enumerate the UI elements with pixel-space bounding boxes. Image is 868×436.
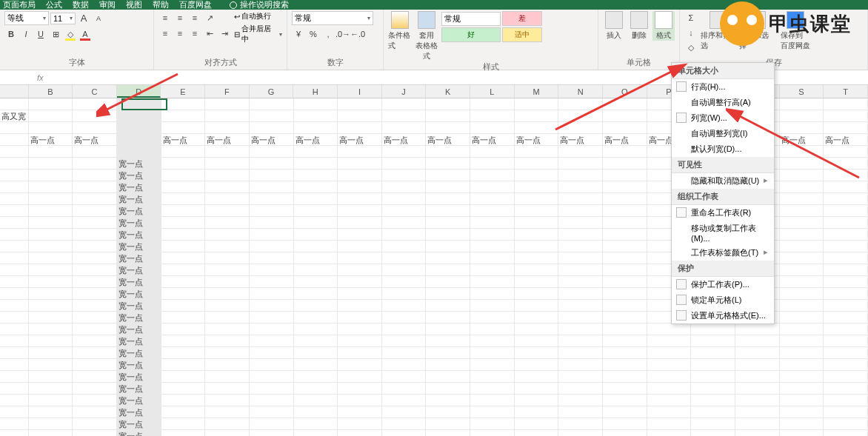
cell[interactable] [515, 110, 559, 121]
cell[interactable] [647, 371, 692, 382]
cell[interactable]: 宽一点 [117, 383, 161, 394]
cell[interactable] [250, 406, 294, 417]
cell[interactable] [824, 371, 868, 382]
cell[interactable]: 宽一点 [117, 347, 161, 358]
cell[interactable] [161, 430, 206, 436]
menu-page-layout[interactable]: 页面布局 [3, 0, 36, 10]
cell[interactable] [29, 406, 73, 417]
cell[interactable] [691, 395, 735, 406]
cell[interactable] [29, 146, 73, 157]
cell[interactable] [382, 193, 427, 204]
cell[interactable] [824, 276, 868, 287]
cell[interactable] [558, 312, 603, 323]
cell[interactable] [294, 406, 338, 417]
cell[interactable] [294, 110, 338, 121]
cell[interactable] [515, 170, 559, 181]
cell[interactable]: 宽一点 [117, 288, 161, 299]
cell[interactable] [250, 170, 294, 181]
format-button[interactable]: 格式 [652, 11, 675, 41]
align-top-icon[interactable]: ≡ [158, 11, 172, 24]
cell[interactable]: 高一点 [515, 134, 559, 145]
cell[interactable] [824, 312, 868, 323]
clear-icon[interactable]: ◇ [684, 41, 698, 54]
cell[interactable] [161, 158, 206, 169]
cell[interactable] [426, 181, 470, 192]
dd-tab-color[interactable]: 工作表标签颜色(T)▸ [672, 245, 774, 261]
font-size-combo[interactable]: 11▾ [50, 13, 76, 24]
cell[interactable] [29, 205, 73, 216]
cell[interactable] [780, 371, 824, 382]
cell[interactable] [205, 252, 250, 264]
cell[interactable] [294, 217, 338, 228]
cell[interactable] [161, 229, 206, 240]
cell[interactable] [647, 347, 692, 358]
cell[interactable] [382, 312, 427, 323]
cell[interactable] [780, 300, 824, 311]
cell[interactable] [426, 371, 470, 382]
cell[interactable] [73, 276, 117, 287]
table-format-button[interactable]: 套用 表格格式 [415, 11, 438, 61]
cell[interactable] [205, 418, 250, 429]
cell[interactable] [205, 122, 250, 133]
cell[interactable] [73, 264, 117, 275]
cell[interactable] [205, 205, 250, 216]
cell[interactable] [780, 430, 824, 436]
cell[interactable] [824, 98, 868, 110]
cell[interactable] [205, 241, 250, 252]
cell[interactable] [294, 430, 338, 436]
cell[interactable]: 高一点 [294, 134, 338, 145]
cell[interactable] [294, 193, 338, 204]
cell[interactable] [780, 181, 824, 192]
cell[interactable]: 宽一点 [117, 371, 161, 382]
cell[interactable] [470, 418, 515, 429]
cell[interactable] [515, 158, 559, 169]
cell[interactable] [824, 181, 868, 192]
cell[interactable] [426, 170, 470, 181]
cell[interactable] [780, 122, 824, 133]
cell[interactable] [294, 122, 338, 133]
cell[interactable] [29, 110, 73, 121]
insert-button[interactable]: 插入 [603, 11, 625, 41]
cell[interactable] [29, 430, 73, 436]
cell[interactable] [294, 288, 338, 299]
cell[interactable] [205, 406, 250, 417]
cell[interactable] [691, 323, 735, 335]
dd-format-cells[interactable]: 设置单元格格式(E)... [672, 308, 774, 323]
cell[interactable] [250, 288, 294, 299]
col-header-O[interactable]: O [603, 85, 647, 98]
col-header-K[interactable]: K [426, 85, 470, 98]
cell[interactable] [161, 98, 206, 110]
cell[interactable] [73, 383, 117, 394]
cell[interactable] [558, 146, 603, 157]
cell[interactable] [250, 122, 294, 133]
cell[interactable] [382, 418, 427, 429]
cell[interactable] [426, 418, 470, 429]
col-header-G[interactable]: G [250, 85, 294, 98]
cell[interactable] [161, 323, 206, 335]
cell[interactable] [515, 98, 559, 110]
col-header-M[interactable]: M [515, 85, 559, 98]
cell[interactable] [824, 241, 868, 252]
cell[interactable] [558, 122, 603, 133]
cell[interactable] [824, 158, 868, 169]
cell-style-good[interactable]: 好 [441, 27, 501, 42]
indent-dec-icon[interactable]: ⇤ [203, 27, 216, 40]
col-header-N[interactable]: N [558, 85, 603, 98]
cell[interactable]: 高一点 [250, 134, 294, 145]
cell[interactable] [161, 395, 206, 406]
cell[interactable] [161, 359, 206, 370]
cell[interactable] [294, 312, 338, 323]
cell[interactable] [161, 276, 206, 287]
cell[interactable] [558, 347, 603, 358]
cell[interactable] [603, 347, 647, 358]
cell[interactable] [735, 323, 780, 335]
cell[interactable] [515, 241, 559, 252]
cell[interactable] [824, 430, 868, 436]
cell[interactable] [29, 264, 73, 275]
cell[interactable] [338, 335, 382, 346]
fill-icon[interactable]: ↓ [684, 26, 698, 39]
cell[interactable] [780, 205, 824, 216]
cell[interactable] [338, 395, 382, 406]
cell[interactable] [161, 335, 206, 346]
cell[interactable]: 高一点 [161, 134, 206, 145]
